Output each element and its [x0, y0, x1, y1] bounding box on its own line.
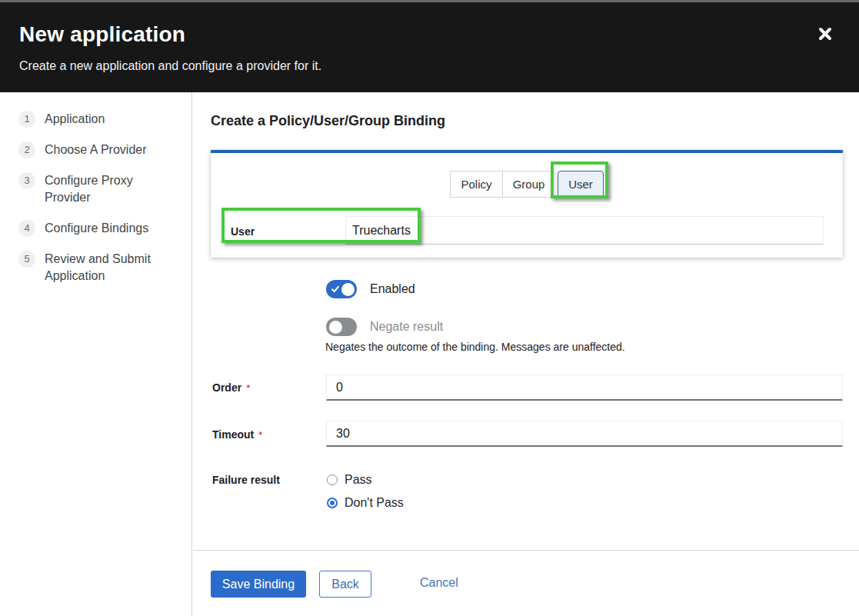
tab-group[interactable]: Group	[502, 171, 555, 198]
tab-policy[interactable]: Policy	[450, 171, 502, 198]
user-select[interactable]: Truecharts	[345, 216, 824, 245]
negate-result-toggle-label: Negate result	[370, 320, 443, 334]
tab-user[interactable]: User	[558, 171, 604, 198]
step-label: Configure Bindings	[45, 220, 168, 237]
modal-subtitle: Create a new application and configure a…	[19, 59, 321, 73]
step-number-badge: 4	[18, 220, 35, 237]
wizard-step-review-submit[interactable]: 5 Review and Submit Application	[18, 251, 180, 285]
step-label: Review and Submit Application	[45, 251, 168, 285]
order-input[interactable]	[326, 375, 843, 401]
close-button[interactable]	[813, 22, 837, 46]
negate-result-toggle[interactable]	[326, 318, 357, 336]
binding-type-card: Policy Group User User Truecharts	[211, 150, 843, 258]
wizard-step-configure-proxy-provider[interactable]: 3 Configure Proxy Provider	[18, 172, 180, 206]
wizard-step-application[interactable]: 1 Application	[18, 111, 180, 128]
radio-pass-label: Pass	[345, 473, 372, 487]
toggle-knob	[341, 283, 355, 296]
radio-circle-unchecked	[327, 474, 338, 485]
enabled-toggle-label: Enabled	[370, 282, 415, 296]
modal-header: New application Create a new application…	[0, 2, 859, 92]
timeout-field-label: Timeout*	[212, 428, 262, 441]
footer-divider	[193, 550, 859, 551]
order-field-label: Order*	[212, 381, 250, 394]
required-asterisk: *	[246, 382, 250, 394]
timeout-input[interactable]	[326, 421, 843, 447]
negate-result-description: Negates the outcome of the binding. Mess…	[325, 341, 625, 353]
step-label: Choose A Provider	[45, 142, 168, 158]
save-binding-button[interactable]: Save Binding	[211, 571, 306, 598]
wizard-nav: 1 Application 2 Choose A Provider 3 Conf…	[0, 92, 192, 616]
enabled-toggle[interactable]	[326, 280, 357, 298]
required-asterisk: *	[258, 429, 262, 441]
modal-title: New application	[19, 22, 185, 47]
radio-dont-pass[interactable]: Don't Pass	[327, 496, 404, 510]
user-field-label: User	[231, 225, 255, 238]
step-number-badge: 2	[18, 142, 35, 158]
wizard-main-panel: Create a Policy/User/Group Binding Polic…	[193, 92, 859, 616]
toggle-knob	[329, 321, 342, 334]
radio-circle-checked	[327, 498, 338, 508]
step-number-badge: 1	[18, 111, 35, 128]
new-application-modal: New application Create a new application…	[0, 0, 859, 616]
step-number-badge: 3	[18, 172, 35, 189]
failure-result-label: Failure result	[212, 474, 280, 486]
step-label: Configure Proxy Provider	[45, 172, 168, 206]
user-select-value: Truecharts	[352, 224, 411, 238]
step-number-badge: 5	[18, 251, 35, 268]
cancel-link[interactable]: Cancel	[420, 576, 458, 590]
wizard-step-choose-provider[interactable]: 2 Choose A Provider	[18, 142, 180, 158]
radio-pass[interactable]: Pass	[327, 473, 372, 487]
wizard-step-configure-bindings[interactable]: 4 Configure Bindings	[18, 220, 180, 237]
binding-form-heading: Create a Policy/User/Group Binding	[211, 113, 445, 129]
step-label: Application	[45, 111, 168, 128]
radio-dont-pass-label: Don't Pass	[345, 496, 404, 510]
back-button[interactable]: Back	[319, 571, 371, 598]
